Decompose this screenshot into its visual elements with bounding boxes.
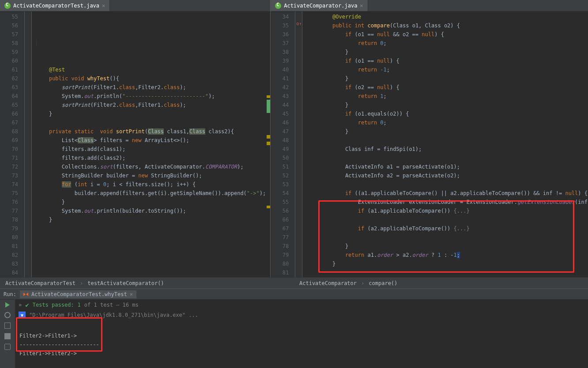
class-icon xyxy=(275,3,281,9)
close-icon[interactable]: × xyxy=(130,291,133,297)
rerun-icon[interactable] xyxy=(5,302,10,308)
run-tab-label: ActivateComparatorTest.whyTest xyxy=(31,291,127,297)
breadcrumb-method: testActivateComparator() xyxy=(87,280,164,286)
run-tab[interactable]: ActivateComparatorTest.whyTest × xyxy=(20,290,136,298)
expand-icon[interactable]: » xyxy=(19,302,22,308)
close-icon[interactable]: × xyxy=(360,3,363,9)
left-gutter: 55 56 57 58 59 60 61 62 63 64 65 66 67 6… xyxy=(0,11,25,277)
chevron-right-icon: › xyxy=(80,280,83,286)
right-breadcrumb[interactable]: ActivateComparator › compare() xyxy=(294,277,588,289)
scroll-down-icon[interactable]: ▼ xyxy=(19,312,26,319)
tool-icon[interactable] xyxy=(4,344,11,350)
left-tabs: ActivateComparatorTest.java × xyxy=(0,0,270,11)
test-status-bar: » ✔ Tests passed: 1 of 1 test – 16 ms xyxy=(15,300,588,310)
tool-icon[interactable] xyxy=(4,333,11,339)
tab-left-file[interactable]: ActivateComparatorTest.java × xyxy=(0,0,110,11)
class-icon xyxy=(4,3,11,9)
left-code[interactable]: @Test public void whyTest(){ sortPrint(F… xyxy=(32,11,266,277)
command-bar: ▼ "D:\Program Files\Java\jdk1.8.0_271\bi… xyxy=(15,310,588,320)
right-gutter: 34 35 36 37 38 39 40 41 42 43 44 45 46 4… xyxy=(271,11,295,277)
command-text: "D:\Program Files\Java\jdk1.8.0_271\bin\… xyxy=(29,312,198,318)
run-console: » ✔ Tests passed: 1 of 1 test – 16 ms ▼ … xyxy=(15,300,588,368)
right-code[interactable]: @Override public int compare(Class o1, C… xyxy=(302,11,588,277)
chevron-right-icon: › xyxy=(361,280,364,286)
left-marker-column xyxy=(266,11,270,277)
tab-label: ActivateComparator.java xyxy=(284,3,357,9)
left-gutter-icons xyxy=(25,11,32,277)
tests-passed-count: 1 xyxy=(78,302,81,308)
run-header: Run: ActivateComparatorTest.whyTest × xyxy=(0,289,588,300)
right-gutter-icons: o↑ xyxy=(295,11,302,277)
console-output[interactable]: Filter2->Filter1-> ---------------------… xyxy=(15,320,588,368)
tab-label: ActivateComparatorTest.java xyxy=(13,3,99,9)
tests-passed-label: Tests passed: xyxy=(33,302,74,308)
run-label: Run: xyxy=(4,291,16,297)
output-line: ------------------------- xyxy=(19,342,99,348)
left-editor: ActivateComparatorTest.java × 55 56 57 5… xyxy=(0,0,271,277)
breadcrumb-class: ActivateComparator xyxy=(299,280,357,286)
run-panel: Run: ActivateComparatorTest.whyTest × » … xyxy=(0,289,588,368)
override-icon: o↑ xyxy=(296,21,302,26)
test-icon xyxy=(23,292,29,297)
breadcrumb-method: compare() xyxy=(369,280,397,286)
left-breadcrumb[interactable]: ActivateComparatorTest › testActivateCom… xyxy=(0,277,294,289)
tests-total: of 1 test – 16 ms xyxy=(84,302,139,308)
right-tabs: ActivateComparator.java × xyxy=(271,0,588,11)
run-sidebar xyxy=(0,300,15,368)
output-line: Filter1->Filter2-> xyxy=(19,350,77,357)
breadcrumb-class: ActivateComparatorTest xyxy=(5,280,75,286)
debug-icon[interactable] xyxy=(4,312,11,318)
output-line: Filter2->Filter1-> xyxy=(19,333,77,339)
check-icon: ✔ xyxy=(25,301,29,308)
right-editor: ActivateComparator.java × 34 35 36 37 38… xyxy=(271,0,588,277)
tab-right-file[interactable]: ActivateComparator.java × xyxy=(271,0,368,11)
close-icon[interactable]: × xyxy=(102,3,105,9)
tool-icon[interactable] xyxy=(4,323,11,329)
